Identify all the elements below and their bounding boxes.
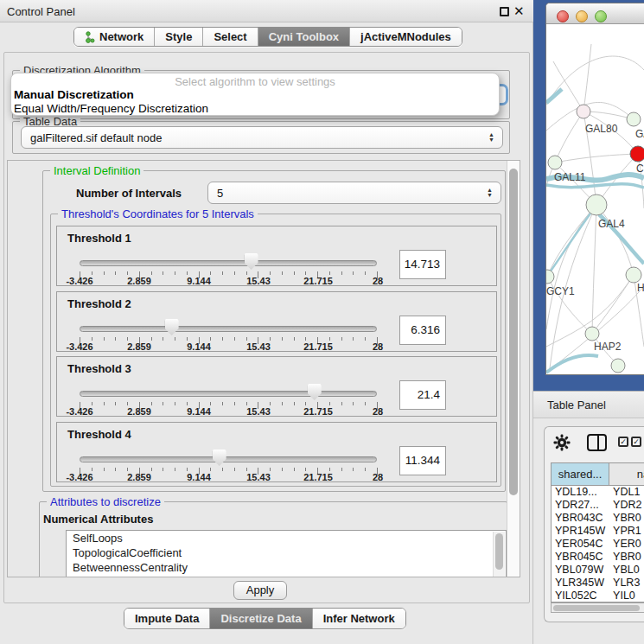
threshold-slider-thumb[interactable] (213, 450, 226, 466)
stepper-icon: ▲▼ (487, 188, 493, 198)
scrollbar-thumb[interactable] (553, 605, 640, 611)
threshold-row-4: Threshold 4 -3.4262.8599.144 15.4321.715… (56, 422, 497, 482)
settings-scrollbar[interactable] (507, 161, 520, 577)
node-label: GAL4 (598, 218, 625, 230)
table-row[interactable]: YLR345WYLR3 (552, 577, 644, 590)
network-node-hap2[interactable] (585, 327, 599, 341)
checkbox-icon[interactable]: ✓ (618, 437, 628, 447)
threshold-slider-thumb[interactable] (245, 253, 258, 270)
settings-viewport: Interval Definition Number of Intervals … (7, 160, 520, 577)
table-row[interactable]: YER054CYER0 (552, 538, 644, 551)
threshold-value-input[interactable]: 6.316 (399, 316, 446, 345)
threshold-row-2: Threshold 2 -3.4262.8599.144 15.4321.715… (56, 291, 497, 352)
apply-button[interactable]: Apply (233, 581, 287, 600)
tab-network[interactable]: Network (74, 28, 154, 46)
table-horizontal-scrollbar[interactable] (551, 603, 644, 613)
network-icon (85, 31, 95, 43)
tab-label: Infer Network (323, 612, 395, 625)
node-table: shared... na YDL19...YDL1 YDR27...YDR2 Y… (551, 462, 644, 603)
table-row[interactable]: YBR043CYBR0 (552, 512, 644, 525)
tab-style[interactable]: Style (154, 28, 202, 46)
tab-jactivemnodules[interactable]: jActiveMNodules (349, 28, 462, 46)
screen: Control Panel ✕ Network Style Select Cyn… (0, 0, 644, 644)
node-label: GAL80 (585, 123, 618, 135)
numerical-attributes-heading: Numerical Attributes (43, 513, 153, 526)
column-layout-icon[interactable] (587, 434, 607, 451)
network-node[interactable] (611, 359, 625, 373)
slider-tick-labels: -3.4262.8599.144 15.4321.71528 (80, 406, 378, 417)
list-item[interactable]: BetweennessCentrality (67, 560, 506, 575)
column-header-name[interactable]: na (609, 463, 644, 486)
checkbox-icon[interactable]: ✓ (631, 437, 641, 447)
table-row[interactable]: YDL19...YDL1 (552, 486, 644, 499)
tab-label: Impute Data (135, 612, 199, 625)
algorithm-popup: Select algorithm to view settings Manual… (10, 73, 500, 116)
minimize-traffic-light-icon[interactable] (576, 10, 588, 22)
network-node-gal4[interactable] (586, 194, 607, 215)
column-header-shared-name[interactable]: shared... (552, 463, 609, 486)
slider-tick-labels: -3.4262.8599.144 15.4321.71528 (80, 341, 378, 352)
close-icon[interactable]: ✕ (513, 3, 525, 19)
tab-label: Select (214, 30, 246, 43)
close-traffic-light-icon[interactable] (557, 10, 569, 22)
threshold-slider-thumb[interactable] (165, 319, 179, 335)
float-window-icon[interactable] (500, 7, 509, 16)
network-window-titlebar[interactable] (546, 3, 644, 24)
table-row[interactable]: YIL052CYIL0 (552, 590, 644, 603)
list-item[interactable]: TopologicalCoefficient (67, 545, 506, 560)
tab-cyni-toolbox[interactable]: Cyni Toolbox (258, 28, 349, 46)
threshold-row-3: Threshold 3 -3.4262.8599.144 15.4321.715… (56, 356, 497, 417)
popup-option-manual-discretization[interactable]: Manual Discretization (14, 88, 134, 101)
list-item[interactable]: SelfLoops (67, 531, 506, 545)
popup-prompt: Select algorithm to view settings (11, 75, 499, 88)
table-row[interactable]: YDR27...YDR2 (552, 499, 644, 512)
tab-impute-data[interactable]: Impute Data (124, 609, 209, 628)
network-node-selected-red[interactable] (630, 146, 644, 162)
threshold-value-input[interactable]: 14.713 (399, 250, 446, 279)
network-node[interactable] (627, 112, 641, 126)
table-row[interactable]: YBL079WYBL0 (552, 564, 644, 577)
slider-tick-labels: -3.4262.8599.144 15.4321.71528 (80, 276, 378, 286)
gear-icon[interactable] (553, 434, 571, 451)
threshold-value-input[interactable]: 21.4 (399, 380, 446, 410)
threshold-slider-track[interactable] (80, 391, 377, 397)
node-label: C (636, 163, 644, 175)
node-label: GCY1 (546, 285, 575, 297)
bottom-tab-bar: Impute Data Discretize Data Infer Networ… (124, 608, 406, 629)
table-data-combobox[interactable]: galFiltered.sif default node ▲▼ (21, 126, 503, 149)
node-label: H (637, 282, 644, 294)
scrollbar-thumb[interactable] (509, 169, 518, 495)
threshold-slider-track[interactable] (80, 260, 377, 266)
top-tab-bar: Network Style Select Cyni Toolbox jActiv… (73, 27, 462, 47)
number-of-intervals-label: Number of Intervals (76, 187, 182, 200)
network-node-gal80[interactable] (577, 105, 590, 118)
group-title-interval-definition: Interval Definition (50, 164, 143, 177)
threshold-slider-track[interactable] (80, 326, 377, 332)
threshold-label: Threshold 4 (67, 428, 131, 441)
list-scrollbar[interactable] (493, 532, 505, 577)
table-row[interactable]: YPR145WYPR1 (552, 525, 644, 538)
threshold-label: Threshold 2 (67, 297, 131, 310)
network-node-gal11[interactable] (548, 156, 562, 169)
tab-label: Discretize Data (220, 612, 301, 625)
popup-option-equal-width-frequency[interactable]: Equal Width/Frequency Discretization (14, 102, 208, 115)
tab-label: jActiveMNodules (360, 30, 451, 43)
table-row[interactable]: YBR045CYBR0 (552, 551, 644, 564)
threshold-row-1: Threshold 1 -3.4262.8599.144 15.4321.715… (56, 226, 497, 286)
zoom-traffic-light-icon[interactable] (595, 10, 607, 22)
threshold-value-input[interactable]: 11.344 (399, 446, 446, 475)
table-panel-titlebar: Table Panel (533, 391, 644, 418)
network-canvas[interactable]: GAL80 GA C GAL11 GAL4 GCY1 H HAP2 (546, 24, 644, 375)
numerical-attributes-list: SelfLoops TopologicalCoefficient Between… (66, 530, 507, 577)
table-data-combo-value: galFiltered.sif default node (30, 131, 162, 144)
number-of-intervals-combobox[interactable]: 5 ▲▼ (207, 182, 501, 204)
network-node[interactable] (626, 267, 641, 283)
threshold-slider-track[interactable] (80, 456, 377, 462)
tab-label: Style (165, 30, 192, 43)
tab-select[interactable]: Select (202, 28, 257, 46)
tab-infer-network[interactable]: Infer Network (312, 609, 405, 628)
network-view-window: GAL80 GA C GAL11 GAL4 GCY1 H HAP2 (545, 3, 644, 375)
tab-discretize-data[interactable]: Discretize Data (209, 609, 311, 628)
threshold-slider-thumb[interactable] (308, 384, 322, 400)
group-title-thresholds: Threshold's Coordinates for 5 Intervals (58, 207, 258, 220)
